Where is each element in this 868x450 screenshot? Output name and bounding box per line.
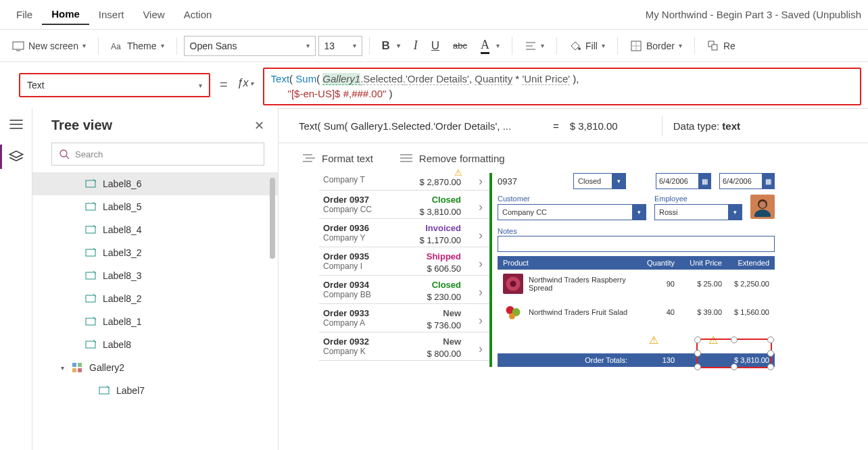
ribbon: New screen ▾ Aa Theme ▾ Open Sans ▾ 13 ▾…: [0, 30, 868, 62]
label-icon: [85, 316, 96, 327]
chevron-right-icon: ›: [479, 174, 483, 189]
format-text-button[interactable]: Format text: [303, 153, 373, 164]
chevron-down-icon: ▾: [602, 42, 605, 49]
grid-row[interactable]: Northwind Traders Raspberry Spread 90 $ …: [498, 270, 775, 298]
separator: [556, 37, 557, 55]
strike-button[interactable]: abc: [448, 38, 473, 53]
svg-rect-25: [86, 272, 95, 279]
chevron-down-icon: ▾: [82, 42, 86, 49]
order-totals-row: Order Totals: 130 $ 3,810.00: [498, 353, 775, 367]
order-row[interactable]: Order 0934Company BB Closed $ 230.00 ›: [319, 276, 489, 304]
menu-view[interactable]: View: [133, 5, 174, 24]
bold-button[interactable]: B▾: [377, 36, 406, 55]
date2-field[interactable]: 6/4/2006▦: [719, 173, 775, 189]
font-size-select[interactable]: 13 ▾: [318, 36, 362, 56]
formula-input[interactable]: Text( Sum( Gallery1.Selected.'Order Deta…: [263, 68, 861, 105]
theme-button[interactable]: Aa Theme ▾: [105, 37, 170, 55]
tree-item-gallery[interactable]: ▾Gallery2: [32, 356, 278, 379]
property-select[interactable]: Text ▾: [19, 73, 210, 97]
fill-label: Fill: [585, 41, 598, 51]
order-row[interactable]: Order 0936Company Y Invoiced $ 1,170.00 …: [319, 219, 489, 247]
reorder-icon: [707, 40, 719, 52]
employee-combo[interactable]: Rossi▾: [654, 204, 742, 220]
svg-rect-33: [72, 363, 76, 367]
hamburger-icon[interactable]: [8, 116, 24, 132]
fill-button[interactable]: Fill ▾: [564, 37, 610, 55]
reorder-label: Re: [723, 41, 736, 51]
calendar-icon: ▦: [762, 174, 774, 189]
notes-input[interactable]: [498, 236, 775, 252]
selected-total-label[interactable]: $ 3,810.00: [675, 356, 769, 364]
underline-button[interactable]: U: [426, 36, 445, 55]
tree-item[interactable]: Label7: [32, 379, 278, 402]
remove-formatting-button[interactable]: Remove formatting: [400, 153, 505, 164]
tree-item[interactable]: Label8_3: [32, 264, 278, 287]
tree-item[interactable]: Label8_4: [32, 218, 278, 241]
date1-field[interactable]: 6/4/2006▦: [656, 173, 711, 189]
grid-row[interactable]: Northwind Traders Fruit Salad 40 $ 39.00…: [498, 298, 775, 326]
theme-label: Theme: [127, 41, 157, 51]
product-thumb: [503, 274, 523, 294]
font-name: Open Sans: [190, 41, 237, 51]
employee-avatar: [750, 195, 775, 219]
grid-header: Product Quantity Unit Price Extended: [498, 256, 775, 270]
fx-button[interactable]: ƒx▾: [237, 77, 254, 89]
separator: [176, 37, 177, 55]
calendar-icon: ▦: [698, 174, 710, 189]
equals-label: =: [220, 77, 228, 93]
new-screen-button[interactable]: New screen ▾: [7, 37, 91, 55]
menu-insert[interactable]: Insert: [89, 5, 134, 24]
order-row[interactable]: ⚠ Company T $ 2,870.00 ›: [319, 173, 489, 191]
reorder-button[interactable]: Re: [702, 37, 741, 55]
chevron-down-icon: ▾: [306, 42, 310, 49]
product-thumb: [503, 302, 523, 322]
caret-icon[interactable]: ▾: [61, 364, 64, 372]
property-bar: Text ▾ = ƒx▾ Text( Sum( Gallery1.Selecte…: [0, 62, 868, 108]
order-row[interactable]: Order 0933Company A New $ 736.00 ›: [319, 304, 489, 332]
svg-rect-31: [86, 341, 95, 348]
warning-icon: ⚠: [708, 334, 718, 347]
tree-item[interactable]: Label8_5: [32, 195, 278, 218]
tree-item[interactable]: Label3_2: [32, 241, 278, 264]
order-row[interactable]: Order 0935Company I Shipped $ 606.50 ›: [319, 247, 489, 276]
search-input[interactable]: Search: [51, 143, 264, 166]
label-icon: [85, 224, 96, 235]
svg-point-46: [754, 209, 771, 217]
tree-item[interactable]: Label8_1: [32, 310, 278, 333]
order-row[interactable]: Order 0937Company CC Closed $ 3,810.00 ›: [319, 191, 489, 219]
menu-file[interactable]: File: [7, 5, 42, 24]
svg-point-52: [509, 314, 515, 320]
tree-list[interactable]: Label8_6 Label8_5 Label8_4 Label3_2 Labe…: [32, 172, 278, 450]
new-screen-label: New screen: [28, 41, 78, 51]
chevron-down-icon: ▾: [353, 42, 356, 49]
label-icon: [85, 247, 96, 258]
svg-rect-34: [78, 363, 82, 367]
scrollbar[interactable]: [270, 178, 275, 259]
menu-action[interactable]: Action: [174, 5, 222, 24]
rail-active-indicator: [0, 145, 2, 169]
font-color-button[interactable]: A▾: [475, 35, 505, 57]
order-gallery[interactable]: ⚠ Company T $ 2,870.00 › Order 0937Compa…: [319, 173, 489, 367]
svg-rect-37: [99, 387, 109, 394]
tree-item[interactable]: Label8: [32, 333, 278, 356]
chevron-down-icon: ▾: [632, 205, 646, 220]
font-select[interactable]: Open Sans ▾: [184, 36, 316, 56]
order-row[interactable]: Order 0932Company K New $ 800.00 ›: [319, 332, 489, 361]
customer-combo[interactable]: Company CC▾: [498, 204, 646, 220]
align-button[interactable]: ▾: [519, 37, 550, 55]
order-detail-form: 0937 Closed▾ 6/4/2006▦ 6/4/2006▦ Custome…: [489, 173, 780, 367]
search-icon: [59, 149, 70, 159]
border-button[interactable]: Border ▾: [625, 37, 688, 55]
close-icon[interactable]: ✕: [254, 118, 264, 133]
eval-equals: =: [553, 120, 559, 132]
app-preview: ⚠ Company T $ 2,870.00 › Order 0937Compa…: [279, 173, 868, 367]
status-combo[interactable]: Closed▾: [573, 173, 626, 189]
svg-rect-17: [86, 180, 95, 187]
svg-rect-23: [86, 249, 95, 256]
tree-item[interactable]: Label8_2: [32, 287, 278, 310]
layers-icon[interactable]: [8, 149, 24, 165]
chevron-right-icon: ›: [479, 342, 483, 356]
tree-item[interactable]: Label8_6: [32, 172, 278, 195]
menu-home[interactable]: Home: [42, 4, 89, 25]
italic-button[interactable]: I: [408, 36, 423, 55]
